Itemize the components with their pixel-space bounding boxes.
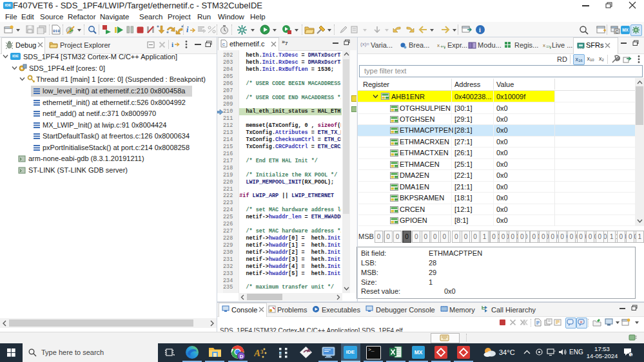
svg-text:x: x xyxy=(437,43,440,48)
svg-text:i: i xyxy=(171,41,173,48)
svg-text:x: x xyxy=(543,43,545,48)
svg-text:c: c xyxy=(222,41,226,47)
svg-text:i: i xyxy=(186,25,189,34)
svg-text:010: 010 xyxy=(53,29,60,33)
svg-text:=y: =y xyxy=(546,44,551,49)
svg-text:A: A xyxy=(254,348,260,358)
svg-text:i: i xyxy=(479,26,481,33)
svg-text:3: 3 xyxy=(260,348,264,355)
svg-text:D: D xyxy=(240,354,244,359)
svg-text:+y: +y xyxy=(440,44,445,49)
svg-text:C: C xyxy=(616,30,619,34)
